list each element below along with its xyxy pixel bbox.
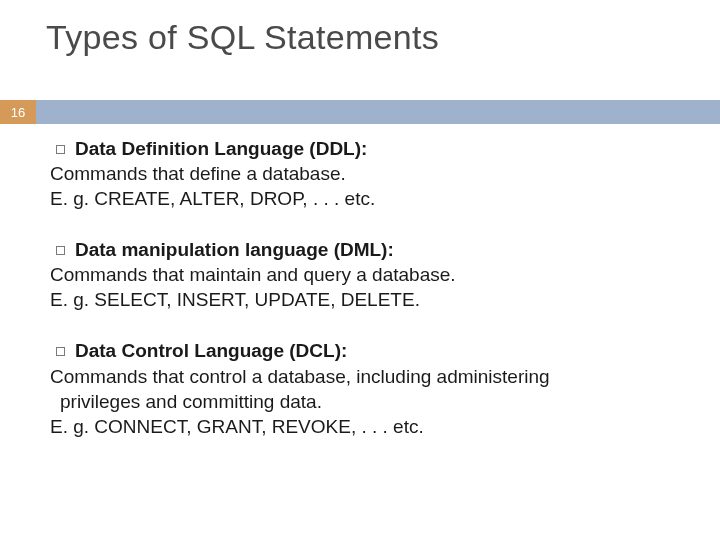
- list-item: Data Definition Language (DDL): Commands…: [46, 136, 682, 211]
- header-bar: 16: [0, 100, 720, 124]
- list-item: Data Control Language (DCL): Commands th…: [46, 338, 682, 438]
- item-heading: Data Definition Language (DDL):: [75, 138, 367, 159]
- item-heading: Data Control Language (DCL):: [75, 340, 347, 361]
- slide-title: Types of SQL Statements: [0, 0, 720, 57]
- item-line: Commands that maintain and query a datab…: [50, 262, 682, 287]
- item-line: privileges and committing data.: [60, 389, 682, 414]
- item-line: E. g. CREATE, ALTER, DROP, . . . etc.: [50, 186, 682, 211]
- item-line: E. g. SELECT, INSERT, UPDATE, DELETE.: [50, 287, 682, 312]
- item-line: Commands that control a database, includ…: [50, 364, 682, 389]
- item-heading: Data manipulation language (DML):: [75, 239, 394, 260]
- slide: Types of SQL Statements 16 Data Definiti…: [0, 0, 720, 540]
- header-ribbon: [36, 100, 720, 124]
- item-line: Commands that define a database.: [50, 161, 682, 186]
- bullet-icon: [56, 246, 65, 255]
- bullet-icon: [56, 347, 65, 356]
- bullet-icon: [56, 145, 65, 154]
- content-area: Data Definition Language (DDL): Commands…: [46, 136, 682, 465]
- item-line: E. g. CONNECT, GRANT, REVOKE, . . . etc.: [50, 414, 682, 439]
- slide-number-badge: 16: [0, 100, 36, 124]
- list-item: Data manipulation language (DML): Comman…: [46, 237, 682, 312]
